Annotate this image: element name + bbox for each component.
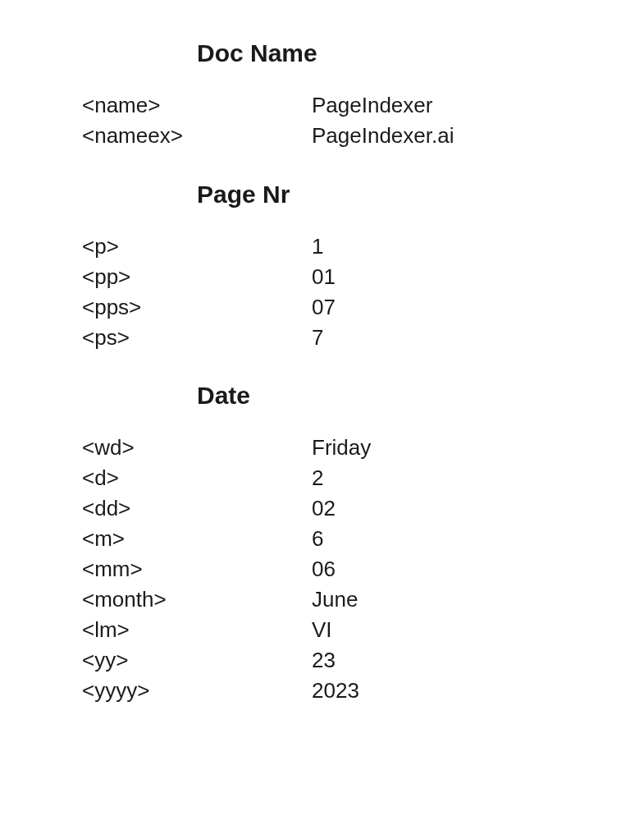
- heading-doc-name: Doc Name: [197, 39, 644, 67]
- row-nameex: <nameex> PageIndexer.ai: [82, 121, 644, 151]
- row-wd: <wd> Friday: [82, 433, 644, 463]
- row-value: 7: [312, 323, 644, 353]
- row-value: 01: [312, 262, 644, 292]
- row-value: 1: [312, 231, 644, 262]
- row-key: <lm>: [82, 615, 312, 645]
- row-d: <d> 2: [82, 463, 644, 493]
- heading-page-nr: Page Nr: [197, 181, 644, 209]
- row-value: PageIndexer: [312, 90, 644, 121]
- row-key: <yyyy>: [82, 676, 312, 706]
- row-key: <m>: [82, 524, 312, 554]
- row-ps: <ps> 7: [82, 323, 644, 353]
- row-pps: <pps> 07: [82, 292, 644, 323]
- section-doc-name: Doc Name <name> PageIndexer <nameex> Pag…: [82, 39, 644, 151]
- row-key: <d>: [82, 463, 312, 493]
- row-value: 2023: [312, 676, 644, 706]
- row-value: PageIndexer.ai: [312, 121, 644, 151]
- row-value: 02: [312, 493, 644, 524]
- row-key: <nameex>: [82, 121, 312, 151]
- row-yyyy: <yyyy> 2023: [82, 676, 644, 706]
- row-mm: <mm> 06: [82, 554, 644, 584]
- row-value: 6: [312, 524, 644, 554]
- row-lm: <lm> VI: [82, 615, 644, 645]
- row-key: <yy>: [82, 645, 312, 676]
- row-value: June: [312, 584, 644, 615]
- section-page-nr: Page Nr <p> 1 <pp> 01 <pps> 07 <ps> 7: [82, 181, 644, 353]
- row-key: <pps>: [82, 292, 312, 323]
- row-value: 06: [312, 554, 644, 584]
- row-key: <ps>: [82, 323, 312, 353]
- row-p: <p> 1: [82, 231, 644, 262]
- section-date: Date <wd> Friday <d> 2 <dd> 02 <m> 6 <mm…: [82, 382, 644, 705]
- row-key: <month>: [82, 584, 312, 615]
- row-yy: <yy> 23: [82, 645, 644, 676]
- row-key: <p>: [82, 231, 312, 262]
- row-month: <month> June: [82, 584, 644, 615]
- row-pp: <pp> 01: [82, 262, 644, 292]
- row-value: VI: [312, 615, 644, 645]
- row-key: <pp>: [82, 262, 312, 292]
- row-key: <mm>: [82, 554, 312, 584]
- heading-date: Date: [197, 382, 644, 410]
- row-m: <m> 6: [82, 524, 644, 554]
- row-dd: <dd> 02: [82, 493, 644, 524]
- row-name: <name> PageIndexer: [82, 90, 644, 121]
- row-key: <wd>: [82, 433, 312, 463]
- row-value: 2: [312, 463, 644, 493]
- row-key: <dd>: [82, 493, 312, 524]
- row-value: 23: [312, 645, 644, 676]
- row-key: <name>: [82, 90, 312, 121]
- row-value: Friday: [312, 433, 644, 463]
- row-value: 07: [312, 292, 644, 323]
